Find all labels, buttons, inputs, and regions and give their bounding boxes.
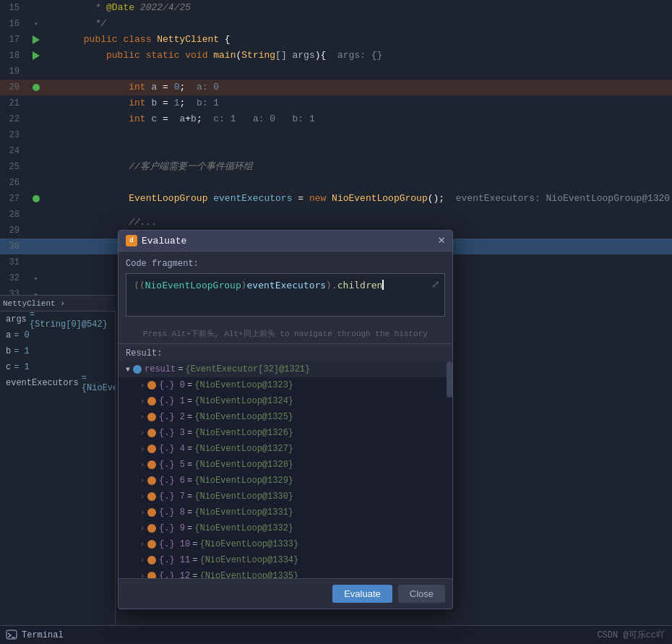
terminal-icon xyxy=(6,630,17,641)
item-icon-7 xyxy=(147,492,156,501)
item-icon-5 xyxy=(147,460,156,469)
result-root-item[interactable]: ▼ result = {EventExecutor[32]@1321} xyxy=(119,361,452,377)
scrollbar-track xyxy=(447,361,452,578)
tree-item-1[interactable]: › {.} 1 = {NioEventLoop@1324} xyxy=(119,393,452,409)
code-fragment-input[interactable]: ((NioEventLoopGroup) eventExecutors).chi… xyxy=(126,273,445,317)
item-chevron-10[interactable]: › xyxy=(140,541,145,549)
tree-item-5[interactable]: › {.} 5 = {NioEventLoop@1328} xyxy=(119,457,452,473)
evaluate-button[interactable]: Evaluate xyxy=(332,585,392,603)
code-fragment-label: Code fragment: xyxy=(126,259,445,269)
cursor xyxy=(382,280,384,290)
tree-item-2[interactable]: › {.} 2 = {NioEventLoop@1325} xyxy=(119,409,452,425)
modal-close-button[interactable]: ✕ xyxy=(438,235,445,246)
modal-overlay: d Evaluate ✕ Code fragment: ((NioEventLo… xyxy=(0,0,672,625)
item-chevron-8[interactable]: › xyxy=(140,509,145,517)
item-icon-2 xyxy=(147,413,156,421)
item-icon-0 xyxy=(147,381,156,390)
item-chevron-11[interactable]: › xyxy=(140,557,145,564)
modal-title: Evaluate xyxy=(142,236,438,246)
item-chevron-3[interactable]: › xyxy=(140,429,145,437)
tree-item-10[interactable]: › {.} 10 = {NioEventLoop@1333} xyxy=(119,536,452,552)
tree-item-6[interactable]: › {.} 6 = {NioEventLoop@1329} xyxy=(119,473,452,489)
watermark: CSDN @可乐cc吖 xyxy=(597,629,665,641)
result-dot-icon xyxy=(133,365,142,374)
navigation-hint: Press Alt+下前头, Alt+同上前头 to navigate thro… xyxy=(119,324,452,343)
item-icon-6 xyxy=(147,476,156,485)
item-icon-9 xyxy=(147,524,156,533)
item-chevron-4[interactable]: › xyxy=(140,445,145,453)
item-chevron-0[interactable]: › xyxy=(140,382,145,390)
item-icon-11 xyxy=(147,556,156,564)
item-chevron-1[interactable]: › xyxy=(140,398,145,405)
tree-item-4[interactable]: › {.} 4 = {NioEventLoop@1327} xyxy=(119,441,452,457)
modal-footer: Evaluate Close xyxy=(119,578,452,609)
result-tree[interactable]: ▼ result = {EventExecutor[32]@1321} › {.… xyxy=(119,361,452,578)
item-icon-1 xyxy=(147,397,156,405)
result-label: Result: xyxy=(119,343,452,361)
item-chevron-5[interactable]: › xyxy=(140,461,145,469)
root-chevron[interactable]: ▼ xyxy=(126,366,130,374)
expand-code-button[interactable]: ⤢ xyxy=(431,278,440,290)
tree-item-7[interactable]: › {.} 7 = {NioEventLoop@1330} xyxy=(119,489,452,505)
item-icon-10 xyxy=(147,540,156,549)
modal-body: Code fragment: ((NioEventLoopGroup) even… xyxy=(119,252,452,324)
tree-item-0[interactable]: › {.} 0 = {NioEventLoop@1323} xyxy=(119,377,452,393)
close-button[interactable]: Close xyxy=(398,585,445,603)
tree-item-12[interactable]: › {.} 12 = {NioEventLoop@1335} xyxy=(119,568,452,578)
item-chevron-2[interactable]: › xyxy=(140,413,145,421)
tree-item-9[interactable]: › {.} 9 = {NioEventLoop@1332} xyxy=(119,520,452,536)
item-chevron-9[interactable]: › xyxy=(140,525,145,533)
item-chevron-7[interactable]: › xyxy=(140,493,145,501)
terminal-bar: Terminal CSDN @可乐cc吖 xyxy=(0,625,672,644)
item-chevron-6[interactable]: › xyxy=(140,477,145,485)
item-icon-4 xyxy=(147,445,156,453)
item-icon-12 xyxy=(147,572,156,578)
evaluate-modal: d Evaluate ✕ Code fragment: ((NioEventLo… xyxy=(118,230,453,609)
tree-item-11[interactable]: › {.} 11 = {NioEventLoop@1334} xyxy=(119,552,452,568)
modal-header: d Evaluate ✕ xyxy=(119,231,452,252)
item-icon-3 xyxy=(147,429,156,437)
item-icon-8 xyxy=(147,508,156,517)
item-chevron-12[interactable]: › xyxy=(140,572,145,579)
tree-item-3[interactable]: › {.} 3 = {NioEventLoop@1326} xyxy=(119,425,452,441)
terminal-label: Terminal xyxy=(22,630,64,640)
scrollbar-thumb[interactable] xyxy=(447,361,452,398)
evaluate-title-icon: d xyxy=(126,235,137,246)
tree-item-8[interactable]: › {.} 8 = {NioEventLoop@1331} xyxy=(119,505,452,520)
